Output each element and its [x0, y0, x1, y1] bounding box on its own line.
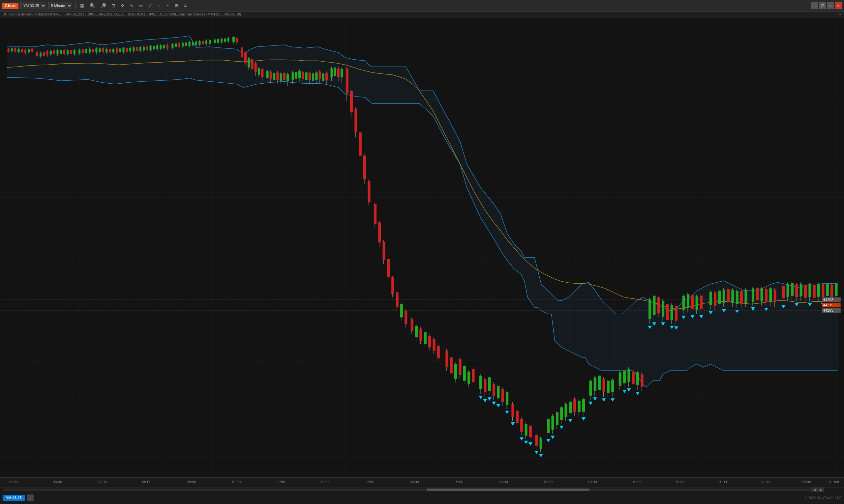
svg-rect-140 [189, 42, 191, 46]
svg-rect-132 [175, 43, 177, 47]
svg-rect-48 [28, 49, 30, 52]
svg-rect-212 [319, 71, 321, 79]
svg-rect-353 [602, 379, 605, 392]
svg-rect-136 [182, 43, 184, 47]
minimize-button[interactable]: — [811, 2, 818, 9]
svg-rect-348 [594, 378, 597, 391]
svg-rect-342 [582, 399, 585, 411]
title-bar: Chart YM 03-25 5 Minute ▦ 🔍 🔎 ⊡ ✛ ↖ ▭ ╱ … [0, 0, 844, 12]
crosshair-icon[interactable]: ✛ [119, 3, 126, 8]
scroll-left-arrow[interactable]: ◀ [811, 488, 817, 492]
close-button[interactable]: ✕ [835, 2, 842, 9]
svg-rect-264 [433, 339, 435, 350]
svg-rect-232 [359, 132, 362, 156]
svg-rect-415 [723, 290, 725, 303]
maximize-button[interactable]: □ [827, 2, 834, 9]
svg-text:11:00: 11:00 [276, 480, 285, 484]
svg-rect-226 [346, 69, 348, 93]
svg-rect-88 [99, 49, 101, 52]
svg-rect-120 [153, 46, 155, 49]
time-axis: 05:00 06:00 07:00 08:00 09:00 10:00 11:0… [0, 477, 844, 487]
svg-rect-258 [419, 329, 422, 341]
svg-rect-122 [156, 46, 158, 49]
svg-rect-188 [276, 72, 279, 80]
svg-rect-90 [102, 48, 104, 52]
svg-rect-280 [472, 369, 475, 382]
svg-rect-134 [178, 43, 180, 47]
bar-chart-icon[interactable]: ▦ [79, 3, 86, 8]
svg-rect-443 [782, 286, 785, 298]
svg-rect-234 [363, 156, 366, 179]
subtitle-bar: DC Swing Extension Pullback(YM 03-25 (5 … [0, 12, 844, 17]
svg-text:06:00: 06:00 [53, 480, 62, 484]
measure-icon[interactable]: ↔ [155, 3, 163, 8]
svg-rect-460 [813, 285, 816, 298]
svg-rect-110 [136, 47, 138, 51]
svg-rect-282 [479, 376, 482, 389]
svg-rect-128 [167, 45, 169, 49]
svg-rect-384 [662, 301, 664, 317]
svg-rect-316 [535, 435, 538, 446]
svg-rect-230 [355, 109, 357, 132]
trend-line-icon[interactable]: ╱ [147, 3, 153, 8]
svg-rect-180 [261, 69, 263, 77]
svg-rect-108 [133, 48, 135, 51]
svg-rect-268 [445, 351, 448, 367]
svg-rect-439 [769, 288, 772, 301]
svg-rect-238 [374, 204, 377, 224]
svg-text:18:00: 18:00 [587, 480, 597, 484]
svg-rect-285 [484, 379, 486, 392]
svg-rect-453 [800, 284, 803, 296]
svg-rect-78 [82, 49, 84, 53]
svg-rect-374 [641, 374, 643, 386]
svg-rect-196 [291, 72, 294, 80]
svg-text:21:00: 21:00 [718, 480, 727, 484]
svg-rect-434 [761, 288, 763, 301]
svg-rect-436 [765, 289, 768, 301]
svg-rect-252 [404, 311, 407, 324]
svg-rect-418 [727, 289, 729, 302]
svg-rect-174 [251, 59, 253, 69]
svg-text:17:00: 17:00 [543, 480, 553, 484]
svg-rect-50 [31, 49, 33, 52]
svg-rect-92 [105, 49, 107, 52]
window-controls: — ❐ □ ✕ [811, 2, 842, 9]
svg-rect-278 [467, 372, 470, 383]
draw-rect-icon[interactable]: ▭ [137, 3, 145, 8]
svg-rect-224 [341, 69, 343, 77]
zoom-fit-icon[interactable]: ⊡ [110, 3, 117, 8]
svg-rect-469 [830, 285, 833, 297]
settings-icon[interactable]: ⚙ [173, 3, 180, 8]
svg-rect-305 [516, 411, 519, 423]
svg-rect-100 [119, 49, 121, 52]
chart-tab[interactable]: YM 03-25 [3, 495, 25, 501]
restore-button[interactable]: ❐ [819, 2, 826, 9]
svg-rect-64 [56, 50, 58, 54]
scroll-right-arrow[interactable]: ▶ [817, 488, 824, 492]
zoom-out-icon[interactable]: 🔎 [99, 3, 108, 8]
svg-rect-387 [666, 304, 669, 320]
chart-title-label: Chart [2, 3, 18, 9]
svg-rect-70 [67, 50, 69, 54]
list-icon[interactable]: ≡ [182, 3, 188, 8]
arrow-icon[interactable]: ↖ [128, 3, 136, 8]
chart-container[interactable]: 44293 44275 44263 [0, 17, 844, 477]
scrollbar-thumb[interactable] [427, 488, 589, 491]
timeframe-select[interactable]: 5 Minute [48, 2, 72, 9]
svg-rect-328 [556, 412, 558, 425]
svg-rect-366 [627, 369, 630, 381]
svg-rect-420 [731, 290, 734, 303]
svg-rect-214 [322, 73, 324, 81]
svg-rect-297 [501, 389, 504, 401]
add-tab-button[interactable]: + [27, 494, 34, 501]
fibonacci-icon[interactable]: ~ [165, 3, 171, 8]
zoom-in-icon[interactable]: 🔍 [88, 3, 97, 8]
svg-rect-206 [309, 73, 311, 80]
svg-text:07:00: 07:00 [98, 480, 107, 484]
svg-rect-176 [255, 63, 257, 72]
svg-rect-351 [598, 376, 601, 389]
svg-rect-104 [126, 48, 128, 52]
svg-text:16:00: 16:00 [499, 480, 508, 484]
symbol-select[interactable]: YM 03-25 [20, 2, 46, 9]
svg-rect-240 [378, 222, 381, 242]
